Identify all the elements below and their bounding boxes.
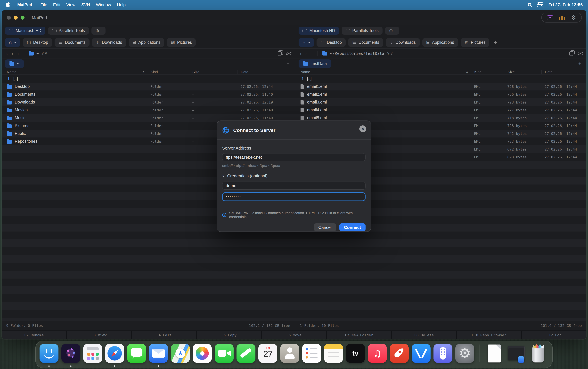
ai-assistant-icon[interactable]: ✦	[547, 15, 553, 20]
dock-item-maps[interactable]	[171, 344, 190, 363]
cancel-button[interactable]: Cancel	[314, 223, 336, 231]
dock-item-app-store[interactable]	[412, 344, 431, 363]
menu-item[interactable]: Window	[93, 2, 114, 7]
new-tab-button[interactable]: +	[285, 61, 291, 66]
function-key-button[interactable]: F5 Copy	[197, 331, 261, 339]
right-folder-tab[interactable]: TestData	[299, 59, 331, 68]
chevron-down-icon[interactable]: ∨	[222, 174, 225, 178]
server-address-input[interactable]	[222, 153, 366, 161]
copy-path-icon[interactable]	[278, 51, 282, 56]
column-size[interactable]: Size	[504, 70, 541, 74]
hidden-files-toggle-icon[interactable]	[286, 52, 291, 55]
drive-tab-network-globe[interactable]	[385, 27, 399, 34]
up-icon[interactable]: ↑	[17, 51, 20, 56]
dock-item-contacts[interactable]	[280, 344, 299, 363]
column-date[interactable]: Date	[237, 70, 295, 74]
dock-item-rocket[interactable]	[390, 344, 409, 363]
dock-item-maiped[interactable]	[62, 344, 80, 363]
control-center-icon[interactable]	[537, 2, 542, 7]
credentials-disclosure-label[interactable]: Credentials (optional)	[227, 174, 268, 178]
favorite-documents[interactable]: Documents	[348, 38, 383, 47]
dock-item-system-settings[interactable]	[455, 344, 474, 363]
dock-item-photos[interactable]	[193, 344, 212, 363]
forward-icon[interactable]: ›	[305, 51, 307, 56]
favorite-applications[interactable]: Applications	[422, 38, 458, 47]
new-tab-button[interactable]: +	[576, 61, 583, 66]
drive-tab-parallels-tools[interactable]: Parallels Tools	[48, 27, 89, 34]
dock-item-tv[interactable]: tv	[346, 344, 365, 363]
menu-bar-clock[interactable]: Fri 27. Feb 12:56	[548, 2, 583, 7]
file-row[interactable]: Documents Folder – 27.02.26, 11:40	[2, 91, 295, 98]
dock-item-widgets[interactable]	[83, 344, 102, 363]
favorite-documents[interactable]: Documents	[55, 38, 90, 47]
forward-icon[interactable]: ›	[12, 51, 13, 56]
close-window-button[interactable]	[7, 16, 11, 20]
column-date[interactable]: Date	[541, 70, 586, 74]
dock-item-messages[interactable]	[127, 344, 146, 363]
file-row[interactable]: Desktop Folder – 27.02.26, 12:44	[2, 83, 295, 91]
file-row[interactable]: email2.eml EML 766 bytes 27.02.26, 12:44	[295, 91, 586, 98]
left-folder-tab[interactable]: ~	[5, 59, 24, 68]
favorite-home[interactable]: ~	[5, 38, 20, 47]
dock-item-mail[interactable]	[149, 344, 168, 363]
dock-item-reminders[interactable]	[302, 344, 321, 363]
dock-item-document[interactable]	[485, 344, 504, 363]
zoom-window-button[interactable]	[21, 16, 24, 20]
file-row[interactable]: Downloads Folder – 27.02.26, 12:19	[2, 98, 295, 106]
dock-item-minimized-window[interactable]	[507, 344, 526, 363]
file-row[interactable]: [..] –	[295, 75, 586, 83]
settings-gear-icon[interactable]: ⚙	[571, 15, 576, 20]
hidden-files-toggle-icon[interactable]	[578, 52, 583, 55]
favorite-pictures[interactable]: Pictures	[167, 38, 196, 47]
file-row[interactable]: Movies Folder – 27.02.26, 11:40	[2, 106, 295, 114]
file-row[interactable]: email4.eml EML 727 bytes 27.02.26, 12:44	[295, 106, 586, 114]
favorite-home[interactable]: ~	[299, 38, 314, 47]
username-input[interactable]	[222, 182, 366, 190]
menu-item[interactable]: File	[37, 2, 50, 7]
dock-item-finder[interactable]	[40, 344, 59, 363]
menu-app-name[interactable]: MaiPed	[15, 2, 35, 7]
dock-item-safari[interactable]	[105, 344, 124, 363]
column-kind[interactable]: Kind	[471, 70, 504, 74]
dock-item-remote[interactable]	[433, 344, 453, 363]
function-key-button[interactable]: F8 Delete	[392, 331, 456, 339]
apple-menu-icon[interactable]	[5, 2, 10, 8]
right-current-path[interactable]: ~/Repositories/TestData	[330, 51, 384, 56]
dock-item-trash[interactable]	[528, 344, 547, 363]
dock-item-notes[interactable]	[324, 344, 343, 363]
connect-button[interactable]: Connect	[340, 223, 366, 231]
column-kind[interactable]: Kind	[147, 70, 189, 74]
spotlight-search-icon[interactable]	[528, 3, 531, 6]
menu-item[interactable]: Help	[114, 2, 129, 7]
dock-divider[interactable]	[477, 344, 482, 363]
dock-item-music[interactable]	[368, 344, 387, 363]
drive-tab-macintosh-hd[interactable]: Macintosh HD	[5, 27, 45, 34]
statistics-chart-icon[interactable]	[559, 15, 565, 20]
back-icon[interactable]: ‹	[300, 51, 301, 56]
menu-item[interactable]: View	[63, 2, 78, 7]
back-icon[interactable]: ‹	[6, 51, 8, 56]
left-current-path[interactable]: ~	[36, 51, 39, 56]
function-key-button[interactable]: F12 Log	[522, 331, 586, 339]
file-row[interactable]: [..] –	[2, 75, 295, 83]
function-key-button[interactable]: F4 Edit	[132, 331, 196, 339]
path-dropdown-icon[interactable]: ∨∨	[387, 51, 393, 55]
drive-tab-network-globe[interactable]	[92, 27, 105, 34]
drive-tab-parallels-tools[interactable]: Parallels Tools	[341, 27, 382, 34]
column-size[interactable]: Size	[189, 70, 237, 74]
function-key-button[interactable]: F6 Move	[262, 331, 326, 339]
dock-item-calendar[interactable]: Fri 27	[258, 344, 277, 363]
minimize-window-button[interactable]	[14, 16, 18, 20]
function-key-button[interactable]: F2 Rename	[2, 331, 66, 339]
copy-path-icon[interactable]	[569, 51, 573, 56]
function-key-button[interactable]: F3 View	[67, 331, 131, 339]
favorite-pictures[interactable]: Pictures	[461, 38, 489, 47]
favorite-downloads[interactable]: Downloads	[92, 38, 126, 47]
close-dialog-button[interactable]: ×	[359, 125, 366, 132]
function-key-button[interactable]: F7 New Folder	[327, 331, 391, 339]
function-key-button[interactable]: F10 Repo Browser	[457, 331, 521, 339]
menu-item[interactable]: SVN	[78, 2, 93, 7]
dock-item-facetime[interactable]	[215, 344, 234, 363]
menu-item[interactable]: Edit	[50, 2, 63, 7]
favorite-downloads[interactable]: Downloads	[386, 38, 420, 47]
